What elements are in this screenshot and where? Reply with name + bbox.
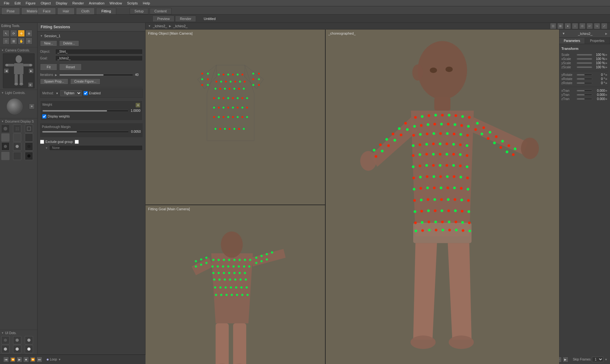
cam-right[interactable]: ▶ (29, 68, 34, 73)
display-btn-2[interactable] (13, 125, 21, 133)
light-collapse-icon[interactable]: ▼ (1, 91, 4, 94)
zrotate-arrow[interactable]: ▶ (605, 82, 608, 84)
play-button[interactable]: ▶ (17, 357, 22, 362)
dot-3[interactable] (25, 336, 33, 344)
new-button[interactable]: New... (40, 40, 57, 46)
skip-dropdown-icon[interactable]: ▼ (605, 358, 607, 361)
display-weights-checkbox[interactable] (42, 114, 46, 118)
camera-collapse-icon[interactable]: ▼ (1, 49, 4, 52)
nav-tab-content[interactable]: Content (150, 8, 172, 14)
dot-1[interactable] (1, 336, 10, 344)
display-collapse-icon[interactable]: ▼ (1, 120, 4, 123)
tab-hair[interactable]: Hair (57, 8, 74, 14)
xtran-arrow[interactable]: ▶ (605, 89, 608, 92)
enabled-checkbox[interactable] (84, 91, 88, 95)
spawn-prop-button[interactable]: Spawn Prop... (40, 78, 68, 84)
ytran-arrow[interactable]: ▶ (605, 93, 608, 96)
pokethru-slider[interactable] (42, 131, 129, 133)
tool-select[interactable]: ⊞ (10, 37, 17, 44)
tab-face[interactable]: Face (37, 8, 56, 14)
ztran-arrow[interactable]: ▶ (605, 98, 608, 100)
vp-icon-1[interactable]: ⊡ (550, 23, 556, 29)
delete-button[interactable]: Delete... (59, 40, 79, 46)
yscale-slider[interactable] (577, 62, 592, 64)
display-btn-5[interactable] (13, 133, 21, 142)
xscale-arrow[interactable]: ▶ (605, 57, 608, 60)
display-btn-12[interactable] (25, 152, 33, 160)
ui-dots-collapse-icon[interactable]: ▼ (1, 332, 4, 334)
tool-square[interactable]: □ (3, 37, 10, 44)
iterations-slider[interactable] (59, 74, 133, 76)
breadcrumb-arrow-icon[interactable]: ▼ (148, 24, 151, 28)
scale-arrow[interactable]: ▶ (605, 53, 608, 56)
skip-frames-select[interactable]: 1 2 5 (592, 357, 603, 362)
display-btn-3[interactable] (25, 125, 33, 133)
viewport-choreographed[interactable]: _choreographed_ (326, 30, 559, 364)
display-btn-1[interactable] (1, 125, 10, 133)
stop-button[interactable]: ■ (23, 357, 29, 362)
right-panel-arrow[interactable]: ▶ (605, 32, 607, 35)
scale-slider[interactable] (577, 54, 592, 56)
tab-parameters[interactable]: Parameters (559, 38, 585, 44)
create-figure-button[interactable]: Create Figure... (70, 78, 100, 84)
exclude-checkbox[interactable] (40, 140, 44, 144)
viewport-fitting-goal[interactable]: Fitting Goal [Main Camera] (146, 205, 325, 364)
dot-4[interactable] (1, 345, 10, 353)
menu-item-window[interactable]: Window (107, 1, 125, 6)
vp-icon-3[interactable]: ● (565, 23, 571, 29)
weight-slider[interactable] (42, 110, 129, 112)
cam-zoom[interactable]: ⊕ (28, 82, 33, 87)
reset-button[interactable]: Reset (59, 64, 82, 71)
yrotate-slider[interactable] (577, 74, 592, 76)
object-value[interactable]: _Shirt_ (55, 49, 143, 54)
none-arrow-icon[interactable]: ▼ (45, 146, 48, 150)
weight-icon[interactable]: ⚙ (135, 103, 140, 108)
vp-icon-7[interactable]: ↪ (594, 23, 600, 29)
method-select[interactable]: Tighten (60, 90, 82, 96)
xtran-slider[interactable] (577, 90, 592, 91)
menu-item-animation[interactable]: Animation (86, 1, 107, 6)
vp-icon-6[interactable]: ↩ (586, 23, 593, 29)
tool-scale[interactable]: ⊕ (25, 30, 32, 37)
vp-icon-2[interactable]: ⊠ (557, 23, 564, 29)
menu-item-help[interactable]: Help (140, 1, 153, 6)
nav-tab-setup[interactable]: Setup (130, 8, 148, 14)
display-btn-7[interactable] (1, 142, 10, 151)
session-collapse-icon[interactable]: ▼ (40, 34, 43, 37)
light-ball[interactable] (7, 98, 23, 114)
xrotate-slider[interactable] (577, 78, 592, 80)
tab-properties[interactable]: Properties (585, 38, 610, 44)
vp-icon-4[interactable]: ○ (572, 23, 578, 29)
ztran-slider[interactable] (577, 98, 592, 100)
zscale-arrow[interactable]: ▶ (605, 66, 608, 69)
zrotate-slider[interactable] (577, 82, 592, 84)
zscale-slider[interactable] (577, 66, 592, 68)
loop-dropdown-icon[interactable]: ▼ (58, 358, 61, 361)
exclude-checkbox-2[interactable] (75, 140, 79, 144)
tl-step-fwd[interactable]: ▶ (563, 357, 568, 362)
menu-item-edit[interactable]: Edit (12, 1, 23, 6)
dot-5[interactable] (13, 345, 21, 353)
breadcrumb-sub[interactable]: _Ichiro2_ (173, 24, 187, 28)
step-back-button[interactable]: ⏪ (10, 357, 16, 362)
cam-left[interactable]: ◀ (4, 68, 9, 73)
none-value[interactable]: None (49, 145, 143, 151)
tool-zoom[interactable]: ⊙ (25, 37, 32, 44)
tab-pose[interactable]: Pose (1, 8, 20, 14)
menu-item-object[interactable]: Object (38, 1, 53, 6)
display-btn-9[interactable] (25, 142, 33, 151)
display-btn-8[interactable] (13, 142, 21, 151)
viewport-fitting-object[interactable]: Fitting Object [Main Camera] (146, 30, 325, 205)
dot-2[interactable] (13, 336, 21, 344)
goal-value[interactable]: _Ichiro2_ (55, 56, 143, 61)
menu-item-display[interactable]: Display (53, 1, 70, 6)
tab-render[interactable]: Render (175, 16, 196, 22)
menu-item-render[interactable]: Render (70, 1, 86, 6)
display-btn-4[interactable] (1, 133, 10, 142)
display-btn-10[interactable] (1, 152, 10, 160)
yrotate-arrow[interactable]: ▶ (605, 73, 608, 76)
dot-6[interactable] (25, 345, 33, 353)
display-btn-11[interactable] (13, 152, 21, 160)
yscale-arrow[interactable]: ▶ (605, 62, 608, 64)
tab-preview[interactable]: Preview (152, 16, 174, 22)
